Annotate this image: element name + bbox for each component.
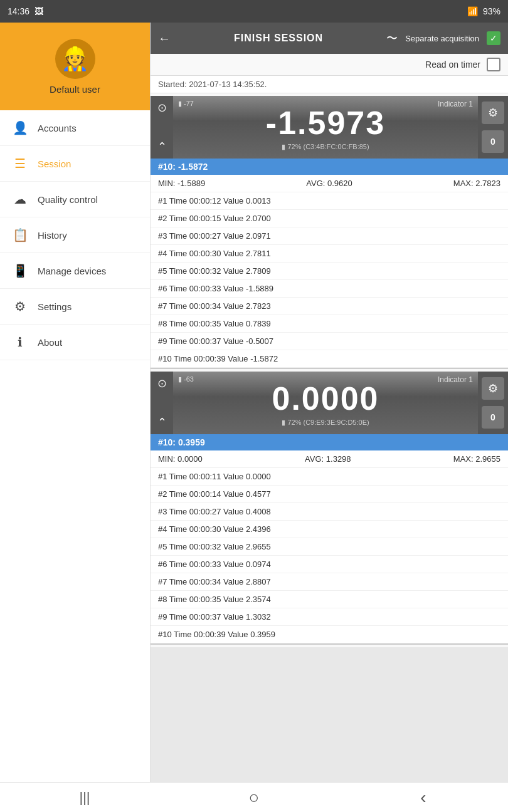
nav-recent-button[interactable]: ‹ <box>398 788 448 808</box>
list-item: #4 Time 00:00:30 Value 2.7811 <box>151 245 508 263</box>
zero-btn-2[interactable]: 0 <box>482 406 504 429</box>
history-icon: 📋 <box>13 227 28 242</box>
list-item: #9 Time 00:00:37 Value 1.3032 <box>151 608 508 626</box>
list-item: #3 Time 00:00:27 Value 2.0971 <box>151 227 508 245</box>
sidebar-label-quality: Quality control <box>38 194 98 205</box>
timer-checkbox[interactable] <box>487 58 500 71</box>
settings-btn-2[interactable]: ⚙ <box>482 377 504 400</box>
toolbar-title: FINISH SESSION <box>234 33 323 43</box>
nav-home-button[interactable]: ○ <box>229 788 279 808</box>
list-item: #8 Time 00:00:35 Value 2.3574 <box>151 591 508 608</box>
sidebar-nav: 👤 Accounts ☰ Session ☁ Quality control 📋… <box>0 110 150 782</box>
signal-icon: 〜 <box>386 31 398 46</box>
indicator-left-2: ⊙ ⌃ <box>151 372 173 434</box>
sidebar-item-session[interactable]: ☰ Session <box>0 146 150 182</box>
expand-btn-1[interactable]: ⌃ <box>157 140 167 154</box>
list-item: #6 Time 00:00:33 Value -1.5889 <box>151 280 508 298</box>
acq-label: Separate acquisition <box>405 34 479 43</box>
list-item: #1 Time 00:00:11 Value 0.0000 <box>151 468 508 486</box>
sidebar-label-history: History <box>38 230 67 241</box>
toolbar: ← FINISH SESSION 〜 Separate acquisition … <box>151 23 508 54</box>
indicator-header-2: ⊙ ⌃ ▮ -63 Indicator 1 0.0000 ▮ 72% (C9:E… <box>151 372 508 434</box>
accounts-icon: 👤 <box>13 120 28 135</box>
avatar: 👷 <box>55 39 95 79</box>
readings-list-2: #1 Time 00:00:11 Value 0.0000#2 Time 00:… <box>151 468 508 643</box>
status-photo-icon: 🖼 <box>34 6 43 16</box>
avg-1: AVG: 0.9620 <box>306 179 352 188</box>
wifi-icon: 📶 <box>467 6 478 16</box>
battery-top-1: ▮ -77 <box>178 100 194 108</box>
sidebar-label-settings: Settings <box>38 301 71 312</box>
min-2: MIN: 0.0000 <box>158 454 203 464</box>
list-item: #5 Time 00:00:32 Value 2.9655 <box>151 538 508 556</box>
list-item: #1 Time 00:00:12 Value 0.0013 <box>151 192 508 210</box>
device-id-2: ▮ 72% (C9:E9:3E:9C:D5:0E) <box>282 419 369 427</box>
list-item: #2 Time 00:00:14 Value 0.4577 <box>151 486 508 503</box>
battery-text: 93% <box>483 6 500 16</box>
settings-btn-1[interactable]: ⚙ <box>482 102 504 124</box>
list-item: #10 Time 00:00:39 Value -1.5872 <box>151 350 508 368</box>
dropdown-bar: Read on timer <box>151 54 508 76</box>
sidebar-item-settings[interactable]: ⚙ Settings <box>0 289 150 325</box>
session-bar: Started: 2021-07-13 14:35:52. <box>151 76 508 93</box>
empty-area <box>151 647 508 782</box>
indicator-card-1: ⊙ ⌃ ▮ -77 Indicator 1 -1.5973 ▮ 72% (C3:… <box>151 96 508 369</box>
indicator-header-1: ⊙ ⌃ ▮ -77 Indicator 1 -1.5973 ▮ 72% (C3:… <box>151 96 508 159</box>
indicator-label-2: Indicator 1 <box>438 375 473 384</box>
list-item: #4 Time 00:00:30 Value 2.4396 <box>151 521 508 538</box>
expand-btn-2[interactable]: ⌃ <box>157 415 167 429</box>
list-item: #3 Time 00:00:27 Value 0.4008 <box>151 503 508 521</box>
session-icon: ☰ <box>13 156 28 171</box>
bottom-nav: ||| ○ ‹ <box>0 782 508 812</box>
content-area: ← FINISH SESSION 〜 Separate acquisition … <box>151 23 508 782</box>
list-item: #7 Time 00:00:34 Value 2.8807 <box>151 573 508 591</box>
sidebar-label-about: About <box>38 337 62 348</box>
gauge-icon-2: ⊙ <box>157 377 167 390</box>
about-icon: ℹ <box>13 335 28 350</box>
sidebar-item-history[interactable]: 📋 History <box>0 217 150 253</box>
sidebar-item-accounts[interactable]: 👤 Accounts <box>0 110 150 146</box>
list-item: #5 Time 00:00:32 Value 2.7809 <box>151 263 508 280</box>
list-item: #10 Time 00:00:39 Value 0.3959 <box>151 626 508 643</box>
back-button[interactable]: ← <box>158 31 171 46</box>
max-2: MAX: 2.9655 <box>453 454 500 464</box>
gauge-icon-1: ⊙ <box>157 101 167 115</box>
indicator-label-1: Indicator 1 <box>438 100 473 108</box>
sidebar-username: Default user <box>50 84 100 95</box>
list-item: #9 Time 00:00:37 Value -0.5007 <box>151 333 508 350</box>
readings-list-1: #1 Time 00:00:12 Value 0.0013#2 Time 00:… <box>151 192 508 368</box>
indicator-right-2: ⚙ 0 <box>478 372 508 434</box>
devices-icon: 📱 <box>13 263 28 278</box>
battery-top-2: ▮ -63 <box>178 375 194 383</box>
nav-back-button[interactable]: ||| <box>60 789 110 806</box>
sidebar-item-quality-control[interactable]: ☁ Quality control <box>0 182 150 217</box>
list-item: #7 Time 00:00:34 Value 2.7823 <box>151 298 508 315</box>
max-1: MAX: 2.7823 <box>453 179 500 188</box>
sidebar-label-devices: Manage devices <box>38 266 106 276</box>
indicator-display-1: ▮ -77 Indicator 1 -1.5973 ▮ 72% (C3:4B:F… <box>173 96 478 159</box>
zero-btn-1[interactable]: 0 <box>482 130 504 153</box>
big-value-2: 0.0000 <box>272 380 379 417</box>
session-started: Started: 2021-07-13 14:35:52. <box>158 80 267 89</box>
user-icon: 👷 <box>61 46 89 72</box>
acq-checkbox[interactable]: ✓ <box>487 31 500 45</box>
avg-2: AVG: 1.3298 <box>305 454 351 464</box>
stats-row-1: MIN: -1.5889 AVG: 0.9620 MAX: 2.7823 <box>151 175 508 192</box>
sidebar-item-about[interactable]: ℹ About <box>0 325 150 360</box>
list-item: #2 Time 00:00:15 Value 2.0700 <box>151 210 508 227</box>
main-scroll[interactable]: ⊙ ⌃ ▮ -77 Indicator 1 -1.5973 ▮ 72% (C3:… <box>151 93 508 782</box>
list-item: #8 Time 00:00:35 Value 0.7839 <box>151 315 508 333</box>
stats-row-2: MIN: 0.0000 AVG: 1.3298 MAX: 2.9655 <box>151 450 508 468</box>
sidebar-item-manage-devices[interactable]: 📱 Manage devices <box>0 253 150 289</box>
list-item: #6 Time 00:00:33 Value 0.0974 <box>151 556 508 573</box>
sidebar: 👷 Default user 👤 Accounts ☰ Session ☁ Qu… <box>0 23 151 782</box>
indicator-card-2: ⊙ ⌃ ▮ -63 Indicator 1 0.0000 ▮ 72% (C9:E… <box>151 372 508 645</box>
device-id-1: ▮ 72% (C3:4B:FC:0C:FB:85) <box>282 143 369 151</box>
reading-highlight-2: #10: 0.3959 <box>151 434 508 450</box>
read-timer-label: Read on timer <box>425 60 480 70</box>
status-bar: 14:36 🖼 📶 93% <box>0 0 508 23</box>
quality-icon: ☁ <box>13 192 28 207</box>
min-1: MIN: -1.5889 <box>158 179 205 188</box>
indicator-display-2: ▮ -63 Indicator 1 0.0000 ▮ 72% (C9:E9:3E… <box>173 372 478 434</box>
indicator-left-1: ⊙ ⌃ <box>151 96 173 159</box>
